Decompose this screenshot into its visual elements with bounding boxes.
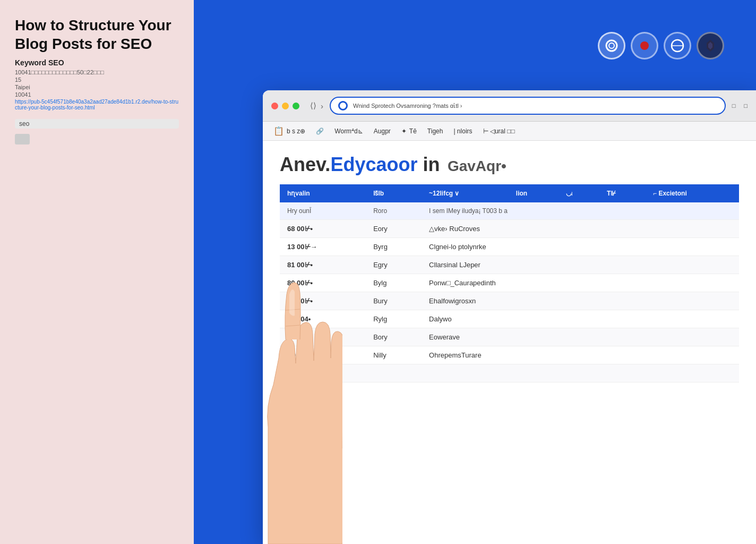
table-row: 8E 00⊬• — [280, 364, 739, 382]
dot-close[interactable] — [271, 103, 278, 109]
content-title-part1: Anev. — [280, 154, 330, 175]
sidebar-meta3: Taipei — [15, 84, 179, 90]
row2-col1: 13 00⊬→ — [280, 238, 366, 256]
row1-col3: △vke› RuCroves — [422, 220, 739, 238]
dot-maximize[interactable] — [293, 103, 299, 109]
subheader-1: Hry ounĪ — [280, 202, 366, 220]
browser-content: Anev.Edycaoor in GavAqr• hɳvalin ls̃lb ~… — [263, 141, 756, 544]
content-title-part3: in — [417, 154, 440, 175]
sidebar-meta4: 10041 — [15, 91, 179, 98]
toolbar-item-te[interactable]: ✦ Tē — [401, 128, 417, 135]
row9-col3 — [422, 364, 739, 382]
forward-button[interactable]: › — [321, 101, 323, 110]
table-header-row: hɳvalin ls̃lb ~12lifcg ∨ lion ◡ᵢ T⊮ ⌐ Ex… — [280, 184, 739, 202]
toolbar-label-worm: Worm⁴d⊾ — [334, 128, 363, 135]
row7-col1: 32 00⊬• — [280, 328, 366, 346]
subheader-3: I sem IMey iludya¡ T003 b a — [422, 202, 739, 220]
sidebar-meta1: 10041□□□□□□□□□□□□□50□22□□□ — [15, 69, 179, 75]
back-button[interactable]: ⟨⟩ — [310, 101, 316, 110]
toolbar-icon-1: 📋 — [273, 126, 284, 136]
sidebar-tag[interactable]: seo — [15, 119, 179, 129]
row8-col1: S0 00⊬• — [280, 346, 366, 364]
address-text: Wnind Sprotech Ovsamroning ?mats αἰtl › — [353, 103, 462, 109]
table-row: 80 00⊬• Bylg Ponw□_Caurapedinth — [280, 274, 739, 292]
browser-nav: ⟨⟩ › — [310, 101, 323, 110]
svg-point-1 — [609, 43, 614, 48]
col-header-5: ◡ᵢ — [559, 184, 599, 202]
sidebar-url[interactable]: https://pub-5c454f571b8e40a3a2aad27ade84… — [15, 99, 179, 110]
toolbar-item-augpr[interactable]: Augpr — [374, 128, 391, 135]
toolbar-item-1[interactable]: 📋 b s z⊕ — [273, 126, 305, 136]
toolbar-item-ural[interactable]: ⊢ ◁ural □□ — [483, 128, 515, 135]
table-row: 81 00⊬• Egry Cllarsinal LJeper — [280, 256, 739, 274]
toolbar-item-worm[interactable]: Worm⁴d⊾ — [334, 128, 363, 135]
table-row: 13 00⊬→ Byrg Clgnei-lo ptolynrke — [280, 238, 739, 256]
table-row: S0 00⊬• Nilly OhrepemsTurare — [280, 346, 739, 364]
table-row: 17 004• Rylg Dalywo — [280, 310, 739, 328]
toolbar-icon-te: ✦ — [401, 128, 407, 135]
data-table: hɳvalin ls̃lb ~12lifcg ∨ lion ◡ᵢ T⊮ ⌐ Ex… — [280, 184, 739, 382]
sidebar-keyword: Keyword SEO — [15, 58, 179, 67]
row3-col1: 81 00⊬• — [280, 256, 366, 274]
svg-point-2 — [640, 41, 649, 50]
toolbar-icon-2: 🔗 — [316, 128, 324, 135]
top-icon-1 — [598, 32, 625, 60]
main-area: ⟨⟩ › Wnind Sprotech Ovsamroning ?mats αἰ… — [194, 0, 756, 544]
row9-col1: 8E 00⊬• — [280, 364, 366, 382]
browser-chrome: ⟨⟩ › Wnind Sprotech Ovsamroning ?mats αἰ… — [263, 90, 756, 122]
row6-col2: Rylg — [366, 310, 422, 328]
table-row: 82 00⊬• Bury Ehalfowigrosxn — [280, 292, 739, 310]
browser-dots — [271, 103, 299, 109]
row2-col3: Clgnei-lo ptolynrke — [422, 238, 739, 256]
browser-window: ⟨⟩ › Wnind Sprotech Ovsamroning ?mats αἰ… — [263, 90, 756, 544]
row3-col2: Egry — [366, 256, 422, 274]
toolbar-item-2[interactable]: 🔗 — [316, 128, 324, 135]
top-icon-3 — [664, 32, 691, 60]
content-title-part2: Edycaoor — [330, 154, 417, 175]
toolbar-label-te: Tē — [409, 128, 417, 135]
col-header-6: T⊮ — [599, 184, 646, 202]
table-row: 32 00⊬• Bory Eowerave — [280, 328, 739, 346]
row4-col1: 80 00⊬• — [280, 274, 366, 292]
toolbar-label-nloirs: | nloirs — [453, 128, 472, 135]
toolbar-label-1: b s z⊕ — [287, 128, 305, 135]
toolbar-item-tiger[interactable]: Tigeh — [427, 128, 443, 135]
subheader-2: Roro — [366, 202, 422, 220]
row5-col1: 82 00⊬• — [280, 292, 366, 310]
browser-tabs-right: □ □ — [732, 103, 748, 109]
top-icon-4 — [697, 32, 724, 60]
sidebar: How to Structure Your Blog Posts for SEO… — [0, 0, 194, 544]
content-subtitle: GavAqr• — [448, 158, 506, 174]
dot-minimize[interactable] — [282, 103, 289, 109]
content-header: Anev.Edycaoor in GavAqr• — [280, 154, 739, 176]
toolbar-label-tiger: Tigeh — [427, 128, 443, 135]
browser-toolbar: 📋 b s z⊕ 🔗 Worm⁴d⊾ Augpr ✦ Tē Tigeh | nl… — [263, 122, 756, 141]
sidebar-icon — [15, 134, 30, 144]
row6-col1: 17 004• — [280, 310, 366, 328]
row2-col2: Byrg — [366, 238, 422, 256]
toolbar-label-ural: ⊢ ◁ural □□ — [483, 128, 515, 135]
address-icon — [338, 101, 348, 110]
col-header-3: ~12lifcg ∨ — [422, 184, 509, 202]
tab-extra-2: □ — [744, 103, 748, 109]
table-subheader: Hry ounĪ Roro I sem IMey iludya¡ T003 b … — [280, 202, 739, 220]
row9-col2 — [366, 364, 422, 382]
row6-col3: Dalywo — [422, 310, 739, 328]
row3-col3: Cllarsinal LJeper — [422, 256, 739, 274]
row7-col3: Eowerave — [422, 328, 739, 346]
row1-col1: 68 00⊬• — [280, 220, 366, 238]
row4-col3: Ponw□_Caurapedinth — [422, 274, 739, 292]
row1-col2: Eory — [366, 220, 422, 238]
row8-col2: Nilly — [366, 346, 422, 364]
svg-point-0 — [606, 40, 617, 51]
row8-col3: OhrepemsTurare — [422, 346, 739, 364]
table-row: 68 00⊬• Eory △vke› RuCroves — [280, 220, 739, 238]
toolbar-label-augpr: Augpr — [374, 128, 391, 135]
col-header-1: hɳvalin — [280, 184, 366, 202]
col-header-7: ⌐ Excietoni — [646, 184, 739, 202]
row7-col2: Bory — [366, 328, 422, 346]
address-bar[interactable]: Wnind Sprotech Ovsamroning ?mats αἰtl › — [330, 97, 726, 115]
top-icons-area — [598, 32, 724, 60]
toolbar-item-nloirs[interactable]: | nloirs — [453, 128, 472, 135]
sidebar-meta2: 15 — [15, 76, 179, 83]
